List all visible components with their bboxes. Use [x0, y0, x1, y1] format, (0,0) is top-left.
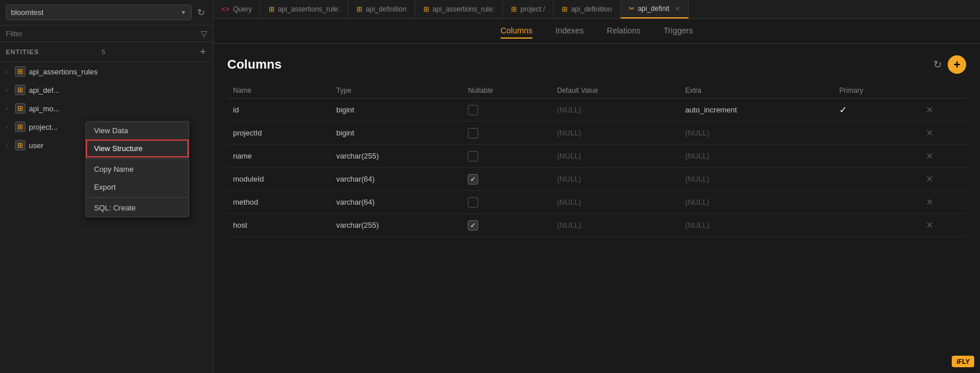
checkbox-unchecked[interactable] [468, 105, 478, 115]
fly-badge: iFLY [952, 356, 974, 367]
tab-api-definition-2[interactable]: ⊞ api_definition [554, 0, 621, 18]
col-type: varchar(64) [331, 191, 462, 214]
checkbox-checked[interactable]: ✓ [468, 220, 478, 231]
entity-list: › ⊞ api_assertions_rules › ⊞ api_def... … [0, 62, 213, 373]
col-name: projectId [227, 122, 331, 145]
entity-item-api-mo[interactable]: › ⊞ api_mo... [0, 99, 213, 118]
add-entity-button[interactable]: + [199, 47, 208, 57]
col-delete: ✕ [920, 122, 966, 145]
table-header-row: Name Type Nullable Default Value Extra P… [227, 83, 966, 99]
delete-column-button[interactable]: ✕ [926, 174, 933, 184]
checkbox-unchecked[interactable] [468, 128, 478, 138]
tab-label: Query [233, 5, 252, 13]
checkbox-checked[interactable]: ✓ [468, 174, 478, 184]
tab-label: api_definit [638, 5, 670, 13]
table-icon: ⊞ [423, 5, 429, 13]
primary-check-icon: ✓ [839, 105, 847, 115]
db-selector[interactable]: bloomtest ▼ [6, 5, 192, 20]
sub-tab-columns[interactable]: Columns [501, 24, 532, 39]
db-dropdown-arrow: ▼ [181, 9, 186, 16]
col-header-name: Name [227, 83, 331, 99]
refresh-columns-button[interactable]: ↻ [933, 58, 942, 71]
col-type: varchar(255) [331, 145, 462, 168]
table-icon: ⊞ [15, 103, 25, 114]
col-type: varchar(64) [331, 168, 462, 191]
table-icon: ⊞ [511, 5, 517, 13]
tab-query[interactable]: <> Query [213, 0, 261, 18]
col-default: (NULL) [551, 122, 679, 145]
sub-tabs: Columns Indexes Relations Triggers [213, 19, 980, 44]
scissors-icon: ✂ [629, 5, 634, 13]
sub-tab-relations[interactable]: Relations [607, 24, 640, 39]
checkbox-unchecked[interactable] [468, 197, 478, 208]
content-actions: ↻ + [933, 55, 966, 74]
tab-project[interactable]: ⊞ project / [503, 0, 554, 18]
content-area: Columns ↻ + Name Type Nullable Default V… [213, 44, 980, 373]
col-delete: ✕ [920, 214, 966, 237]
tab-close-button[interactable]: × [675, 5, 679, 13]
refresh-db-button[interactable]: ↻ [195, 5, 207, 20]
table-row: moduleIdvarchar(64)✓(NULL)(NULL)✕ [227, 168, 966, 191]
context-menu-sql-create[interactable]: SQL: Create [86, 199, 189, 217]
sub-tab-indexes[interactable]: Indexes [555, 24, 584, 39]
entity-arrow: › [6, 87, 12, 93]
delete-column-button[interactable]: ✕ [926, 150, 933, 161]
filter-input[interactable] [6, 29, 197, 38]
checkbox-unchecked[interactable] [468, 151, 478, 161]
entity-arrow: › [6, 124, 12, 130]
tab-label: api_definition [366, 5, 407, 13]
col-primary [833, 145, 919, 168]
col-nullable: ✓ [462, 214, 551, 237]
col-header-primary: Primary [833, 83, 919, 99]
entity-name: api_assertions_rules [29, 67, 97, 76]
add-column-button[interactable]: + [948, 55, 966, 74]
col-delete: ✕ [920, 99, 966, 122]
col-delete: ✕ [920, 191, 966, 214]
context-menu-view-structure[interactable]: View Structure [86, 140, 189, 157]
entity-name: project... [29, 123, 58, 131]
tab-api-definition-1[interactable]: ⊞ api_definition [348, 0, 415, 18]
context-menu-copy-name[interactable]: Copy Name [86, 160, 189, 178]
tab-api-assertions-rules-2[interactable]: ⊞ api_assertions_rule: [415, 0, 503, 18]
col-type: varchar(255) [331, 214, 462, 237]
delete-column-button[interactable]: ✕ [926, 197, 933, 208]
sub-tab-triggers[interactable]: Triggers [663, 24, 693, 39]
entity-arrow: › [6, 69, 12, 75]
query-icon: <> [221, 5, 230, 13]
context-menu-divider2 [86, 197, 189, 198]
col-extra: (NULL) [679, 168, 833, 191]
entity-arrow: › [6, 106, 12, 112]
col-default: (NULL) [551, 191, 679, 214]
table-row: methodvarchar(64)(NULL)(NULL)✕ [227, 191, 966, 214]
col-default: (NULL) [551, 99, 679, 122]
col-primary [833, 168, 919, 191]
entities-label: ENTITIES [6, 48, 99, 55]
table-icon: ⊞ [269, 5, 275, 13]
context-menu-export[interactable]: Export [86, 178, 189, 196]
content-title-row: Columns ↻ + [227, 55, 966, 74]
context-menu-view-data[interactable]: View Data [86, 122, 189, 140]
col-header-nullable: Nullable [462, 83, 551, 99]
table-icon: ⊞ [15, 66, 25, 77]
context-menu: View Data View Structure Copy Name Expor… [85, 121, 189, 217]
tab-label: api_assertions_rule: [278, 5, 340, 13]
col-default: (NULL) [551, 214, 679, 237]
tab-api-definition-active[interactable]: ✂ api_definit × [621, 0, 689, 18]
filter-bar: ▽ [0, 25, 213, 42]
table-row: namevarchar(255)(NULL)(NULL)✕ [227, 145, 966, 168]
col-delete: ✕ [920, 168, 966, 191]
entity-item-api-assertions-rules[interactable]: › ⊞ api_assertions_rules [0, 62, 213, 81]
table-icon: ⊞ [15, 122, 25, 132]
col-primary [833, 122, 919, 145]
entity-name: user [29, 141, 43, 150]
delete-column-button[interactable]: ✕ [926, 104, 933, 115]
table-row: hostvarchar(255)✓(NULL)(NULL)✕ [227, 214, 966, 237]
col-header-type: Type [331, 83, 462, 99]
entity-item-api-def[interactable]: › ⊞ api_def... [0, 81, 213, 99]
delete-column-button[interactable]: ✕ [926, 127, 933, 138]
tab-label: api_definition [571, 5, 612, 13]
col-type: bigint [331, 99, 462, 122]
table-icon: ⊞ [562, 5, 568, 13]
tab-api-assertions-rules-1[interactable]: ⊞ api_assertions_rule: [261, 0, 348, 18]
delete-column-button[interactable]: ✕ [926, 220, 933, 231]
